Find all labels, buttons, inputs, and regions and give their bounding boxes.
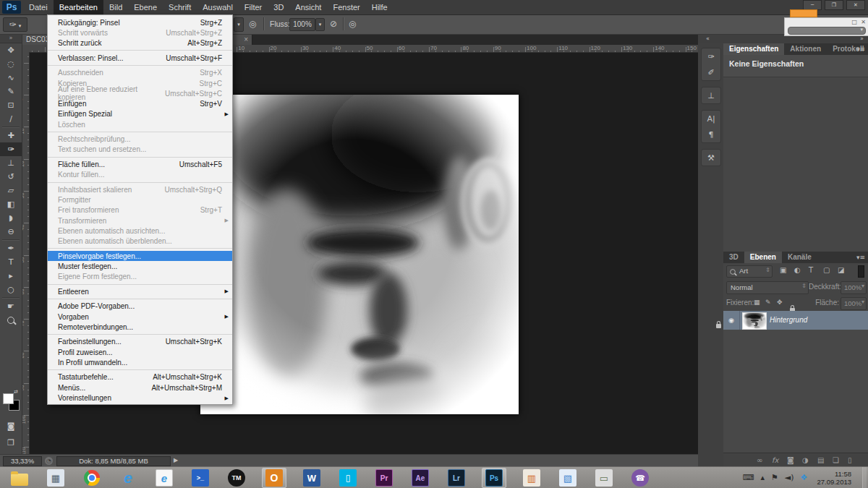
- collapse-dock-icon[interactable]: «: [706, 34, 710, 43]
- tray-volume-icon[interactable]: ◄): [785, 468, 794, 488]
- taskbar-photo-gallery[interactable]: ▧: [557, 468, 579, 488]
- edit-menu-item[interactable]: Formgitter: [48, 194, 232, 205]
- type-tool[interactable]: T: [0, 255, 22, 269]
- menubar-item-bearbeiten[interactable]: Bearbeiten: [54, 0, 103, 14]
- filter-adjustment-layers-icon[interactable]: ◐: [794, 266, 801, 274]
- dodge-tool[interactable]: ⊖: [0, 225, 22, 239]
- quick-selection-tool[interactable]: ✎: [0, 85, 22, 98]
- edit-menu-item[interactable]: Verblassen: Pinsel...Umschalt+Strg+F: [48, 53, 232, 63]
- taskbar-after-effects[interactable]: Ae: [409, 468, 431, 488]
- hand-tool[interactable]: ☛: [0, 299, 22, 313]
- healing-brush-tool[interactable]: ✚: [0, 129, 22, 142]
- taskbar-photoshop[interactable]: Ps: [482, 468, 506, 488]
- flow-value-field[interactable]: 100%: [289, 18, 315, 31]
- restore-button[interactable]: ❐: [825, 0, 843, 10]
- pressure-size-icon[interactable]: ◎: [349, 17, 356, 30]
- edit-menu-item[interactable]: Transformieren▶: [48, 215, 232, 226]
- lasso-tool[interactable]: ∿: [0, 71, 22, 85]
- edit-menu-item[interactable]: Entleeren▶: [48, 286, 232, 296]
- tray-flag-icon[interactable]: ⚑: [771, 468, 778, 488]
- background-window[interactable]: □ ✕ ▾: [784, 17, 868, 36]
- taskbar-scanner[interactable]: ▭: [593, 468, 615, 488]
- brush-presets-panel-icon[interactable]: ✑: [702, 48, 720, 64]
- tray-dropbox-icon[interactable]: ❖: [801, 468, 808, 488]
- zoom-tool[interactable]: [0, 313, 22, 327]
- pressure-opacity-icon[interactable]: ◎: [249, 17, 256, 30]
- foreground-color-swatch[interactable]: [3, 393, 14, 404]
- filter-type-layers-icon[interactable]: T: [809, 266, 813, 274]
- taskbar-internet-explorer-alt[interactable]: e: [153, 468, 175, 488]
- close-tab-icon[interactable]: ×: [244, 34, 248, 45]
- clone-source-panel-icon[interactable]: ⊥: [702, 87, 720, 103]
- menubar-item-bild[interactable]: Bild: [103, 0, 128, 14]
- history-brush-tool[interactable]: ↺: [0, 170, 22, 184]
- character-panel-icon[interactable]: A|: [702, 111, 720, 127]
- link-layers-icon[interactable]: ∞: [757, 453, 762, 467]
- edit-menu-item[interactable]: Inhaltsbasiert skalierenUmschalt+Strg+Q: [48, 184, 232, 194]
- filter-smart-object-icon[interactable]: ◪: [838, 266, 844, 274]
- pen-tool[interactable]: ✒: [0, 241, 22, 255]
- taskbar-powershell[interactable]: >_: [190, 468, 211, 488]
- delete-layer-icon[interactable]: ▯: [848, 453, 852, 467]
- quick-mask-button[interactable]: ◙: [0, 419, 22, 433]
- paragraph-panel-icon[interactable]: ¶: [702, 127, 720, 142]
- gradient-tool[interactable]: ◧: [0, 197, 22, 211]
- edit-menu-item[interactable]: Eigene Form festlegen...: [48, 272, 232, 282]
- minimize-button[interactable]: ─: [803, 0, 822, 10]
- marquee-tool[interactable]: ◌: [0, 57, 22, 71]
- filter-pixel-layers-icon[interactable]: ▣: [780, 266, 786, 274]
- edit-menu-item[interactable]: Muster festlegen...: [48, 261, 232, 271]
- taskbar-movie-maker[interactable]: ▥: [521, 468, 542, 488]
- tool-preset-picker[interactable]: ✑ ▾: [3, 17, 27, 32]
- edit-menu-item[interactable]: Frei transformierenStrg+T: [48, 205, 232, 215]
- layer-visibility-eye-icon[interactable]: ◉: [723, 311, 740, 330]
- layers-tab-3d[interactable]: 3D: [723, 252, 744, 263]
- taskbar-clock[interactable]: 11:58 27.09.2013: [817, 470, 851, 486]
- shape-tool[interactable]: ○: [0, 283, 22, 296]
- lock-transparency-icon[interactable]: ▦: [754, 299, 760, 306]
- show-desktop-button[interactable]: [862, 467, 867, 488]
- crop-tool[interactable]: ⊡: [0, 98, 22, 112]
- menubar-item-ansicht[interactable]: Ansicht: [289, 0, 327, 14]
- blend-mode-dropdown[interactable]: Normal ⇕: [726, 281, 809, 294]
- taskbar-word[interactable]: W: [301, 468, 323, 488]
- taskbar-outlook[interactable]: O: [262, 468, 286, 488]
- opacity-dropdown-arrow[interactable]: ▾: [234, 17, 244, 32]
- taskbar-viber[interactable]: ☎: [629, 468, 651, 488]
- adjustment-layer-icon[interactable]: ◑: [802, 453, 809, 467]
- path-selection-tool[interactable]: ▸: [0, 269, 22, 283]
- taskbar-chrome[interactable]: [81, 468, 103, 488]
- edit-menu-item[interactable]: Fläche füllen...Umschalt+F5: [48, 159, 232, 169]
- edit-menu-item[interactable]: Remoteverbindungen...: [48, 322, 232, 332]
- restore-icon[interactable]: □: [851, 19, 857, 25]
- background-window-dropdown[interactable]: ▾: [788, 27, 866, 35]
- menubar-item-datei[interactable]: Datei: [23, 0, 54, 14]
- edit-menu-item[interactable]: EinfügenStrg+V: [48, 98, 232, 108]
- filter-toggle-switch[interactable]: [858, 265, 864, 278]
- menubar-item-fenster[interactable]: Fenster: [327, 0, 365, 14]
- edit-menu-item[interactable]: Profil zuweisen...: [48, 347, 232, 357]
- edit-menu-item[interactable]: Tastaturbefehle...Alt+Umschalt+Strg+K: [48, 372, 232, 382]
- edit-menu-item[interactable]: AusschneidenStrg+X: [48, 68, 232, 78]
- menubar-item-3d[interactable]: 3D: [268, 0, 289, 14]
- edit-menu-item[interactable]: Schritt vorwärtsUmschalt+Strg+Z: [48, 27, 232, 38]
- layers-panel-menu-icon[interactable]: ▾≡: [856, 252, 865, 263]
- edit-menu-item[interactable]: Text suchen und ersetzen...: [48, 145, 232, 155]
- menubar-item-ebene[interactable]: Ebene: [128, 0, 163, 14]
- brush-panel-icon[interactable]: ✐: [702, 64, 720, 80]
- flow-dropdown-arrow[interactable]: ▾: [315, 18, 325, 31]
- edit-menu-item[interactable]: Ebenen automatisch ausrichten...: [48, 226, 232, 236]
- move-tool[interactable]: ✥: [0, 43, 22, 57]
- edit-menu-item[interactable]: Voreinstellungen▶: [48, 393, 232, 403]
- lock-position-icon[interactable]: ✥: [777, 299, 783, 306]
- edit-menu-item[interactable]: Pinselvorgabe festlegen...: [48, 251, 232, 261]
- vertical-ruler[interactable]: 0102030405060708090100110: [22, 52, 30, 454]
- menubar-item-filter[interactable]: Filter: [239, 0, 268, 14]
- layer-row-hintergrund[interactable]: ◉ Hintergrund: [723, 311, 868, 330]
- edit-menu-item[interactable]: Auf eine Ebene reduziert kopierenUmschal…: [48, 88, 232, 98]
- menubar-item-auswahl[interactable]: Auswahl: [197, 0, 239, 14]
- edit-menu-item[interactable]: Rechtschreibprüfung...: [48, 134, 232, 145]
- layer-mask-icon[interactable]: ◙: [787, 453, 794, 467]
- edit-menu-item[interactable]: Schritt zurückAlt+Strg+Z: [48, 38, 232, 48]
- properties-panel-menu-icon[interactable]: ▾≡: [856, 43, 865, 55]
